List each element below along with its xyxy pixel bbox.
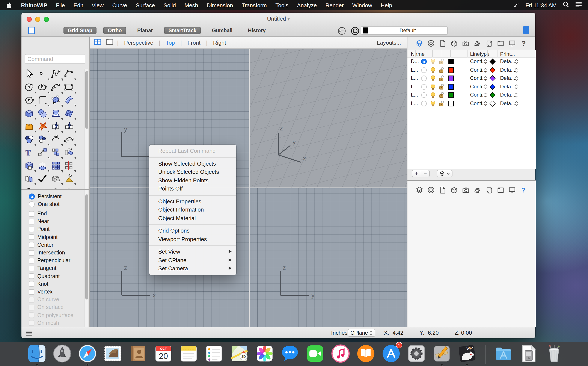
checkbox-unchecked[interactable] [29, 250, 34, 256]
print-color-diamond-icon[interactable] [489, 75, 496, 83]
panel-tab-frame-icon[interactable] [496, 39, 505, 48]
checkbox-unchecked[interactable] [29, 211, 34, 216]
tool-circle-button[interactable] [24, 82, 36, 94]
apple-menu-icon[interactable] [6, 1, 12, 9]
layer-current-radio[interactable] [421, 76, 427, 81]
radio-selected[interactable] [29, 193, 35, 199]
dock-system-preferences-icon[interactable] [407, 344, 426, 365]
layer-name[interactable]: D... [411, 58, 419, 64]
osnap-intersection[interactable]: Intersection [29, 249, 65, 256]
context-item-grid-options[interactable]: Grid Options [149, 227, 236, 235]
context-item-unlock-selected-objects[interactable]: Unlock Selected Objects [149, 168, 236, 176]
panel-tab-layers-icon[interactable] [415, 39, 424, 48]
panel-tab-mesh-icon[interactable] [473, 186, 482, 194]
layer-name[interactable]: L... [411, 100, 418, 106]
print-stepper-icon[interactable] [515, 101, 518, 107]
osnap-perpendicular[interactable]: Perpendicular [29, 257, 70, 264]
linetype-stepper-icon[interactable] [484, 59, 487, 66]
context-item-points-off[interactable]: Points Off [149, 184, 236, 193]
osnap-quadrant[interactable]: Quadrant [29, 273, 60, 280]
tool-trim-button[interactable] [64, 121, 76, 133]
linetype-stepper-icon[interactable] [484, 101, 487, 107]
menu-help[interactable]: Help [376, 2, 397, 8]
tool-arc-button[interactable] [51, 82, 63, 94]
layer-current-radio[interactable] [421, 67, 427, 73]
layer-lock-icon[interactable] [439, 67, 445, 75]
layer-lock-icon[interactable] [439, 75, 445, 83]
tool-split-button[interactable] [51, 121, 63, 133]
osnap-midpoint[interactable]: Midpoint [29, 234, 58, 241]
tool-offset-curve-button[interactable] [64, 134, 76, 146]
tool-curve-handle-button[interactable] [51, 134, 63, 146]
left-sidebar-toggle-icon[interactable] [28, 27, 35, 34]
layer-print-width[interactable]: Defa... [500, 84, 515, 90]
tool-ellipse-button[interactable] [37, 82, 49, 94]
checkbox-unchecked[interactable] [29, 281, 34, 287]
col-header-linetype[interactable]: Linetype [470, 51, 490, 57]
layer-color-swatch[interactable] [448, 84, 454, 90]
menu-analyze[interactable]: Analyze [293, 2, 321, 8]
context-item-viewport-properties[interactable]: Viewport Properties [149, 235, 236, 243]
context-item-object-properties[interactable]: Object Properties [149, 197, 236, 206]
dock-ibooks-icon[interactable] [356, 344, 376, 365]
menu-file[interactable]: File [52, 2, 69, 8]
status-menu-icon[interactable] [26, 330, 33, 337]
tool-surface-3pt-button[interactable] [51, 95, 63, 107]
tool-polyline-button[interactable] [51, 69, 63, 81]
osnap-center[interactable]: Center [29, 242, 53, 248]
dock-photos-icon[interactable] [255, 344, 274, 365]
menu-curve[interactable]: Curve [108, 2, 131, 8]
tool-orient-on-surface-button[interactable] [64, 173, 76, 185]
dock-xcode-tools-icon[interactable] [432, 344, 452, 365]
dock-itunes-icon[interactable] [331, 344, 350, 365]
panel-tab-help-icon[interactable]: ? [519, 39, 528, 48]
dock-maps-icon[interactable]: 3D [229, 344, 249, 365]
context-item-object-material[interactable]: Object Material [149, 214, 236, 222]
tool-box-button[interactable] [24, 108, 36, 120]
layer-visibility-bulb-icon[interactable] [430, 67, 436, 75]
tool-move-button[interactable] [37, 147, 49, 159]
tool-zoom-extents-button[interactable] [24, 186, 36, 189]
menu-surface[interactable]: Surface [131, 2, 159, 8]
dock-reminders-icon[interactable] [204, 344, 224, 365]
viewport-perspective[interactable]: z y x [250, 49, 407, 188]
osnap-disable-icon[interactable] [337, 26, 347, 37]
panel-tab-camera-icon[interactable] [461, 186, 470, 194]
osnap-near[interactable]: Near [29, 218, 49, 225]
tool-fillet-button[interactable] [37, 95, 49, 107]
print-stepper-icon[interactable] [515, 76, 518, 82]
layer-row[interactable]: L...Conti...Defa... [407, 99, 536, 108]
layer-lock-icon[interactable] [439, 58, 445, 66]
viewport-tab-right[interactable]: Right [211, 39, 228, 46]
context-item-set-view[interactable]: Set View [149, 248, 236, 256]
current-layer-dropdown[interactable]: Default [361, 26, 448, 35]
app-menu-rhinowip[interactable]: RhinoWIP [17, 2, 52, 8]
toggle-gumball[interactable]: Gumball [208, 27, 237, 34]
checkbox-unchecked[interactable] [29, 266, 34, 271]
tool-point-button[interactable] [37, 69, 49, 81]
context-item-set-cplane[interactable]: Set CPlane [149, 256, 236, 264]
tool-primitives-button[interactable] [51, 173, 63, 185]
location-arrow-icon[interactable] [513, 1, 520, 9]
dock-calendar-icon[interactable]: OCT20 [154, 344, 173, 365]
print-stepper-icon[interactable] [515, 84, 518, 91]
layer-settings-button[interactable] [437, 170, 452, 177]
layer-row[interactable]: L...Conti...Defa... [407, 91, 536, 99]
tool-sphere-boolean-button[interactable] [37, 108, 49, 120]
osnap-knot[interactable]: Knot [29, 281, 48, 288]
layer-lock-icon[interactable] [439, 84, 445, 91]
layer-name[interactable]: L... [411, 84, 418, 90]
checkbox-unchecked[interactable] [29, 258, 34, 263]
menu-window[interactable]: Window [348, 2, 377, 8]
panel-tab-camera-icon[interactable] [461, 39, 470, 48]
remove-layer-button[interactable]: − [421, 170, 429, 177]
window-title-text[interactable]: Untitled [267, 15, 286, 22]
notification-center-icon[interactable] [575, 2, 582, 8]
tool-text-button[interactable]: T [24, 147, 36, 159]
panel-tab-box-icon[interactable] [450, 39, 459, 48]
menu-view[interactable]: View [88, 2, 108, 8]
layer-color-swatch[interactable] [448, 59, 454, 64]
panel-tab-monitor-icon[interactable] [508, 186, 516, 194]
col-header-print[interactable]: Print... [500, 51, 515, 57]
dock-safari-icon[interactable] [78, 344, 97, 365]
